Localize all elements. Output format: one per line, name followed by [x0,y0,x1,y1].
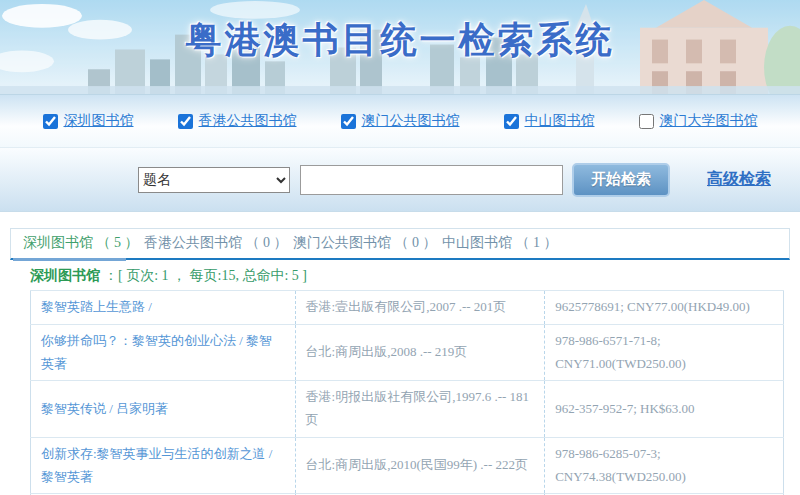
library-filter-link[interactable]: 香港公共图书馆 [199,112,297,130]
active-tab-underline [13,258,126,261]
result-title-link[interactable]: 创新求存:黎智英事业与生活的创新之道 / 黎智英著 [41,446,272,484]
result-publication-cell: 台北:商周出版,2010(民国99年) .-- 222页 [295,437,545,494]
result-tab[interactable]: 中山图书馆 （ 1 ） [442,235,558,250]
result-title-cell: 你够拼命吗？：黎智英的创业心法 / 黎智英著 [31,324,296,381]
library-filter-link[interactable]: 澳门公共图书馆 [362,112,460,130]
result-title-cell: 黎智英传说 / 吕家明著 [31,381,296,438]
page-title: 粤港澳书目统一检索系统 [0,16,800,65]
result-title-link[interactable]: 黎智英传说 / 吕家明著 [41,401,168,416]
library-checkbox[interactable] [341,114,356,129]
results-table: 黎智英踏上生意路 / 香港:壹出版有限公司,2007 .-- 201页 9625… [30,290,784,495]
result-row: 黎智英踏上生意路 / 香港:壹出版有限公司,2007 .-- 201页 9625… [31,291,784,325]
library-checkbox[interactable] [43,114,58,129]
library-filter-item: 深圳图书馆 [43,112,134,130]
result-summary-detail: ：[ 页次: 1 ， 每页:15, 总命中: 5 ] [104,268,307,283]
result-isbn-price-cell: 978-986-6571-71-8; CNY71.00(TWD250.00) [545,324,784,381]
search-input[interactable] [300,165,563,195]
library-filter-link[interactable]: 澳门大学图书馆 [660,112,758,130]
library-filter-link[interactable]: 中山图书馆 [525,112,595,130]
library-filter-item: 澳门大学图书馆 [639,112,758,130]
header-banner: 粤港澳书目统一检索系统 [0,0,800,95]
result-summary-library: 深圳图书馆 [30,268,100,283]
result-publication-cell: 香港:明报出版社有限公司,1997.6 .-- 181页 [295,381,545,438]
result-title-link[interactable]: 你够拼命吗？：黎智英的创业心法 / 黎智英著 [41,333,272,371]
result-tab[interactable]: 深圳图书馆 （ 5 ） [23,235,139,250]
result-title-link[interactable]: 黎智英踏上生意路 / [41,299,152,314]
library-checkbox[interactable] [504,114,519,129]
result-tabs: 深圳图书馆 （ 5 ） 香港公共图书馆 （ 0 ） 澳门公共图书馆 （ 0 ） … [10,228,790,260]
result-publication-cell: 台北:商周出版,2008 .-- 219页 [295,324,545,381]
library-checkbox[interactable] [639,114,654,129]
advanced-search-link[interactable]: 高级检索 [707,169,771,190]
result-title-cell: 创新求存:黎智英事业与生活的创新之道 / 黎智英著 [31,437,296,494]
search-bar: 题名 开始检索 高级检索 [0,148,800,212]
result-summary: 深圳图书馆：[ 页次: 1 ， 每页:15, 总命中: 5 ] [0,260,800,290]
result-isbn-price-cell: 978-986-6285-07-3; CNY74.38(TWD250.00) [545,437,784,494]
result-row: 你够拼命吗？：黎智英的创业心法 / 黎智英著 台北:商周出版,2008 .-- … [31,324,784,381]
result-publication-cell: 香港:壹出版有限公司,2007 .-- 201页 [295,291,545,325]
result-title-cell: 黎智英踏上生意路 / [31,291,296,325]
result-tab[interactable]: 澳门公共图书馆 （ 0 ） [293,235,437,250]
result-row: 黎智英传说 / 吕家明著 香港:明报出版社有限公司,1997.6 .-- 181… [31,381,784,438]
library-filter-item: 香港公共图书馆 [178,112,297,130]
library-checkbox[interactable] [178,114,193,129]
result-tab[interactable]: 香港公共图书馆 （ 0 ） [144,235,288,250]
result-row: 创新求存:黎智英事业与生活的创新之道 / 黎智英著 台北:商周出版,2010(民… [31,437,784,494]
library-filter-link[interactable]: 深圳图书馆 [64,112,134,130]
result-isbn-price-cell: 9625778691; CNY77.00(HKD49.00) [545,291,784,325]
search-button[interactable]: 开始检索 [572,163,670,197]
result-isbn-price-cell: 962-357-952-7; HK$63.00 [545,381,784,438]
search-field-select[interactable]: 题名 [138,167,290,193]
library-filter-bar: 深圳图书馆 香港公共图书馆 澳门公共图书馆 中山图书馆 澳门大学图书馆 [0,95,800,148]
library-filter-item: 中山图书馆 [504,112,595,130]
library-filter-item: 澳门公共图书馆 [341,112,460,130]
